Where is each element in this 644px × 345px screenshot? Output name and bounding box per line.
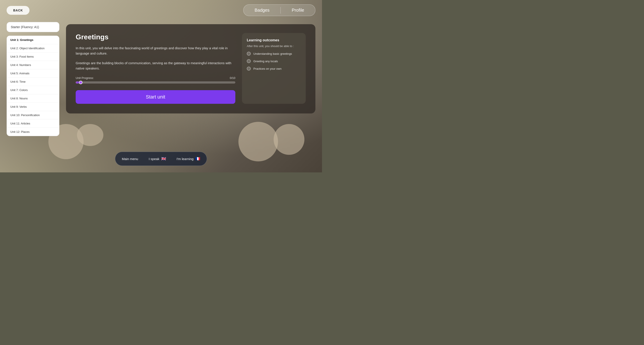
outcome-circle-1 (247, 52, 251, 56)
sidebar-item-unit-3[interactable]: Unit 3: Food Items (7, 52, 59, 61)
sidebar-item-unit-1[interactable]: Unit 1: Greetings (7, 36, 59, 44)
i-speak-label: I speak (149, 157, 159, 161)
progress-section: Unit Progress: 0/10 (76, 76, 235, 84)
table-decoration (238, 122, 278, 162)
outcome-item-2: Greeting any locals (247, 59, 301, 63)
outcome-item-3: Practices on your own (247, 67, 301, 70)
outcomes-panel: Learning outcomes After this unit, you s… (242, 33, 306, 104)
top-navigation: BACK Badges Profile (6, 4, 316, 16)
progress-thumb (79, 81, 82, 84)
unit-description-1: In this unit, you will delve into the fa… (76, 46, 235, 56)
progress-label-text: Unit Progress: (76, 76, 94, 80)
table-decoration (274, 124, 304, 155)
sidebar-item-unit-5[interactable]: Unit 5: Animals (7, 69, 59, 78)
sidebar-item-unit-8[interactable]: Unit 8: Nouns (7, 94, 59, 103)
im-learning-button[interactable]: I'm learning 🇫🇷 (172, 154, 205, 163)
outcome-label-2: Greeting any locals (254, 60, 278, 63)
outcome-label-3: Practices on your own (254, 67, 282, 70)
back-button[interactable]: BACK (6, 6, 30, 15)
profile-button[interactable]: Profile (281, 4, 315, 16)
sidebar-item-unit-4[interactable]: Unit 4: Numbers (7, 61, 59, 69)
sidebar-item-unit-10[interactable]: Unit 10: Personification (7, 111, 59, 120)
sidebar-item-unit-2[interactable]: Unit 2: Object Identification (7, 44, 59, 52)
progress-value: 0/10 (230, 76, 235, 80)
bottom-bar: Main menu I speak 🇬🇧 I'm learning 🇫🇷 (115, 152, 207, 166)
outcome-circle-3 (247, 67, 251, 70)
table-decoration (77, 124, 103, 146)
sidebar: Starter (Fluency: A1) Unit 1: Greetings … (6, 22, 60, 136)
main-menu-button[interactable]: Main menu (117, 155, 143, 163)
badges-button[interactable]: Badges (244, 4, 280, 16)
sidebar-item-unit-7[interactable]: Unit 7: Colors (7, 86, 59, 94)
unit-description-2: Greetings are the building blocks of com… (76, 60, 235, 71)
im-learning-label: I'm learning (176, 157, 194, 161)
i-speak-flag: 🇬🇧 (161, 156, 166, 161)
sidebar-item-unit-6[interactable]: Unit 6: Time (7, 78, 59, 86)
fluency-badge: Starter (Fluency: A1) (6, 22, 60, 32)
outcome-label-1: Understanding basic greetings (254, 52, 292, 56)
sidebar-item-unit-12[interactable]: Unit 12: Places (7, 128, 59, 136)
sidebar-item-unit-9[interactable]: Unit 9: Verbs (7, 103, 59, 111)
progress-bar (76, 81, 235, 84)
progress-bar-fill (76, 81, 79, 84)
unit-title: Greetings (76, 33, 235, 41)
outcomes-title: Learning outcomes (247, 38, 301, 42)
im-learning-flag: 🇫🇷 (195, 156, 200, 161)
main-panel: Greetings In this unit, you will delve i… (66, 24, 316, 114)
outcomes-subtitle: After this unit, you should be able to : (247, 44, 301, 48)
outcome-item-1: Understanding basic greetings (247, 52, 301, 56)
sidebar-item-unit-11[interactable]: Unit 11: Articles (7, 120, 59, 128)
outcome-circle-2 (247, 59, 251, 63)
nav-right-group: Badges Profile (243, 4, 316, 16)
panel-left: Greetings In this unit, you will delve i… (76, 33, 235, 104)
start-unit-button[interactable]: Start unit (76, 90, 235, 104)
units-list: Unit 1: Greetings Unit 2: Object Identif… (6, 36, 60, 136)
i-speak-button[interactable]: I speak 🇬🇧 (144, 154, 171, 163)
